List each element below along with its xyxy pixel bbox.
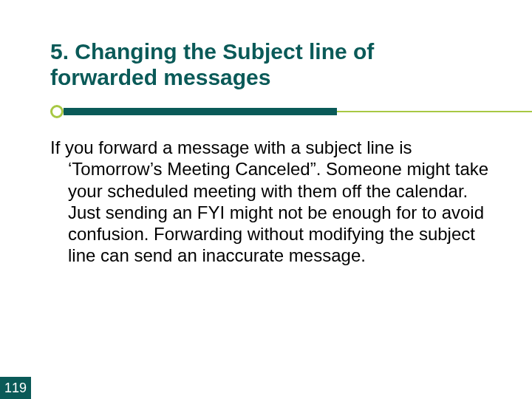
page-number: 119 [0, 377, 31, 399]
bullet-circle-icon [50, 105, 64, 118]
title-underline [0, 98, 532, 120]
slide-title: 5. Changing the Subject line of forwarde… [50, 38, 479, 91]
slide: 5. Changing the Subject line of forwarde… [0, 0, 532, 399]
underline-thick [64, 108, 337, 115]
slide-body-text: If you forward a message with a subject … [50, 137, 497, 267]
